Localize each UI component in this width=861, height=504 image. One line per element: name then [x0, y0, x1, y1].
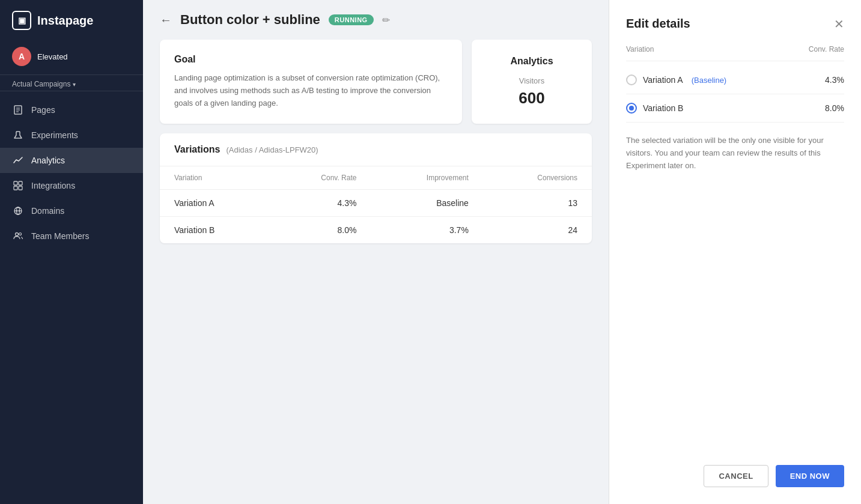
variation-option-name: Variation A [643, 75, 683, 85]
variations-subtitle: (Adidas / Adidas-LPFW20) [226, 145, 318, 154]
content-area: Goal Landing page optimization is a subs… [143, 40, 609, 504]
panel-actions: CANCEL END NOW [626, 465, 844, 487]
sidebar-item-analytics[interactable]: Analytics [0, 148, 143, 173]
table-row: Variation A 4.3% Baseline 13 [160, 190, 592, 217]
team-members-label: Team Members [31, 231, 89, 241]
cancel-button[interactable]: CANCEL [704, 465, 768, 487]
svg-rect-8 [19, 186, 22, 190]
sidebar-item-domains[interactable]: Domains [0, 198, 143, 223]
main-nav: Pages Experiments Analytics [0, 91, 143, 504]
row-conversions: 24 [483, 217, 592, 244]
panel-col-conv-rate: Conv. Rate [809, 45, 844, 53]
page-header: ← Button color + subline RUNNING ✏ [143, 0, 609, 40]
variation-option-name: Variation B [643, 103, 683, 113]
campaigns-selector[interactable]: Actual Campaigns ▾ [0, 75, 143, 91]
analytics-card: Analytics Visitors 600 [472, 40, 592, 124]
variation-option[interactable]: Variation A (Baseline) 4.3% [626, 66, 844, 94]
svg-rect-6 [19, 181, 22, 185]
panel-header: Edit details ✕ [626, 17, 844, 31]
back-button[interactable]: ← [160, 13, 172, 27]
variation-option[interactable]: Variation B 8.0% [626, 94, 844, 123]
logo: ▣ Instapage [0, 0, 143, 41]
visitors-label: Visitors [519, 76, 544, 85]
sidebar-item-integrations[interactable]: Integrations [0, 173, 143, 198]
chevron-down-icon: ▾ [73, 81, 76, 88]
team-members-icon [12, 230, 24, 242]
pages-icon [12, 104, 24, 116]
radio-button[interactable] [626, 103, 637, 114]
row-conv-rate: 8.0% [269, 217, 371, 244]
account-name: Elevated [37, 52, 131, 61]
radio-button[interactable] [626, 74, 637, 85]
col-improvement: Improvement [371, 166, 482, 190]
analytics-icon [12, 154, 24, 166]
panel-columns: Variation Conv. Rate [626, 45, 844, 61]
top-cards: Goal Landing page optimization is a subs… [160, 40, 592, 124]
pages-label: Pages [31, 105, 55, 115]
variations-header: Variations (Adidas / Adidas-LPFW20) [160, 133, 592, 166]
account-section: A Elevated [0, 41, 143, 75]
row-improvement: 3.7% [371, 217, 482, 244]
row-conv-rate: 4.3% [269, 190, 371, 217]
end-now-button[interactable]: END NOW [776, 465, 844, 487]
variations-card: Variations (Adidas / Adidas-LPFW20) Vari… [160, 133, 592, 243]
panel-info: The selected variation will be the only … [626, 135, 844, 172]
analytics-label: Analytics [31, 156, 65, 165]
panel-options: Variation A (Baseline) 4.3% Variation B … [626, 66, 844, 123]
table-row: Variation B 8.0% 3.7% 24 [160, 217, 592, 244]
variation-conv-rate: 8.0% [825, 103, 844, 113]
svg-point-12 [16, 233, 19, 236]
sidebar-item-experiments[interactable]: Experiments [0, 123, 143, 148]
avatar: A [12, 47, 31, 66]
baseline-tag: (Baseline) [692, 76, 727, 85]
panel-col-variation: Variation [626, 45, 654, 53]
close-button[interactable]: ✕ [834, 18, 844, 30]
variations-title: Variations [174, 144, 220, 155]
variations-table: Variation Conv. Rate Improvement Convers… [160, 166, 592, 243]
col-variation: Variation [160, 166, 269, 190]
row-variation-name: Variation A [160, 190, 269, 217]
row-conversions: 13 [483, 190, 592, 217]
integrations-icon [12, 180, 24, 192]
panel-title: Edit details [626, 17, 690, 31]
svg-rect-5 [14, 181, 17, 185]
logo-text: Instapage [37, 14, 93, 28]
col-conversions: Conversions [483, 166, 592, 190]
variation-conv-rate: 4.3% [825, 75, 844, 85]
svg-rect-7 [14, 186, 17, 190]
goal-title: Goal [174, 54, 448, 65]
svg-point-13 [19, 233, 22, 235]
main-content: ← Button color + subline RUNNING ✏ Goal … [143, 0, 609, 504]
page-title: Button color + subline [180, 12, 320, 28]
experiments-label: Experiments [31, 130, 78, 140]
variation-option-left: Variation A (Baseline) [626, 74, 726, 85]
domains-icon [12, 205, 24, 217]
experiments-icon [12, 129, 24, 141]
edit-panel: Edit details ✕ Variation Conv. Rate Vari… [609, 0, 861, 504]
status-badge: RUNNING [329, 14, 374, 25]
edit-icon[interactable]: ✏ [382, 14, 390, 26]
visitors-value: 600 [519, 89, 544, 108]
goal-card: Goal Landing page optimization is a subs… [160, 40, 462, 124]
campaigns-label: Actual Campaigns [12, 80, 70, 88]
domains-label: Domains [31, 206, 64, 216]
variation-option-left: Variation B [626, 103, 683, 114]
analytics-title: Analytics [510, 56, 553, 67]
goal-description: Landing page optimization is a subset of… [174, 72, 448, 109]
row-variation-name: Variation B [160, 217, 269, 244]
sidebar-item-team-members[interactable]: Team Members [0, 223, 143, 249]
logo-icon: ▣ [12, 11, 31, 30]
col-conv-rate: Conv. Rate [269, 166, 371, 190]
sidebar-item-pages[interactable]: Pages [0, 97, 143, 123]
sidebar: ▣ Instapage A Elevated Actual Campaigns … [0, 0, 143, 504]
integrations-label: Integrations [31, 181, 75, 190]
row-improvement: Baseline [371, 190, 482, 217]
